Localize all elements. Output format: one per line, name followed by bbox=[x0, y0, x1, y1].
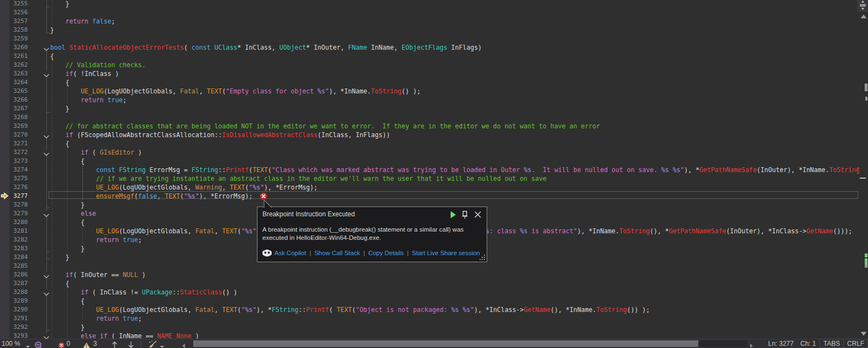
scroll-down-arrow[interactable] bbox=[860, 332, 867, 336]
code-line[interactable]: 3261{ bbox=[0, 52, 859, 61]
code-line[interactable]: 3257 return false; bbox=[0, 17, 859, 26]
code-line[interactable]: 3276 UE_LOG(LogUObjectGlobals, Warning, … bbox=[0, 183, 859, 192]
fold-chevron-icon[interactable] bbox=[43, 290, 50, 296]
code-text: return false; bbox=[50, 17, 115, 26]
code-line[interactable]: 3271 { bbox=[0, 139, 859, 148]
code-line[interactable]: 3255 } bbox=[0, 0, 859, 8]
scroll-right-arrow[interactable] bbox=[750, 341, 753, 348]
code-line[interactable]: 3258} bbox=[0, 26, 859, 34]
line-indicator[interactable]: Ln: 3277 bbox=[768, 339, 794, 348]
code-text: { bbox=[50, 139, 69, 148]
code-line[interactable]: 3286 if( InOuter == NULL ) bbox=[0, 270, 859, 279]
zoom-level[interactable]: 100 % bbox=[2, 339, 20, 348]
code-text: bool StaticAllocateObjectErrorTests( con… bbox=[50, 43, 482, 52]
line-number: 3290 bbox=[0, 305, 28, 314]
line-number: 3287 bbox=[0, 279, 28, 288]
scroll-up-arrow[interactable] bbox=[860, 14, 867, 19]
code-line[interactable]: 3291 return true; bbox=[0, 314, 859, 323]
code-line[interactable]: 3268 bbox=[0, 113, 859, 122]
ask-copilot-link[interactable]: Ask Copilot bbox=[274, 250, 306, 256]
horizontal-scrollbar[interactable] bbox=[192, 340, 747, 347]
line-number: 3270 bbox=[0, 131, 28, 139]
scroll-left-arrow[interactable] bbox=[182, 341, 185, 348]
eol-indicator[interactable]: CRLF bbox=[843, 339, 868, 348]
code-line[interactable]: 3262 // Validation checks. bbox=[0, 61, 859, 69]
code-text: const FString ErrorMsg = FString::Printf… bbox=[50, 166, 859, 174]
zoom-dropdown-icon[interactable] bbox=[25, 343, 31, 348]
scrollbar-change-mark bbox=[865, 258, 867, 264]
fold-chevron-icon[interactable] bbox=[43, 71, 50, 77]
continue-play-icon[interactable] bbox=[448, 210, 457, 219]
popup-callout-tail bbox=[263, 199, 273, 208]
editor-split-handle[interactable] bbox=[858, 0, 868, 11]
fold-chevron-icon[interactable] bbox=[43, 150, 50, 156]
popup-resize-grip[interactable] bbox=[479, 254, 486, 261]
line-number: 3258 bbox=[0, 26, 28, 34]
code-cleanup-broom-icon[interactable] bbox=[148, 340, 157, 348]
copy-details-link[interactable]: Copy Details bbox=[368, 250, 404, 256]
error-count[interactable]: 0 bbox=[67, 339, 70, 348]
show-call-stack-link[interactable]: Show Call Stack bbox=[314, 250, 360, 256]
code-line[interactable]: 3289 { bbox=[0, 297, 859, 305]
code-line[interactable]: 3285 bbox=[0, 262, 859, 270]
code-text: } bbox=[50, 323, 85, 332]
code-line[interactable]: 3266 return true; bbox=[0, 96, 859, 104]
navigate-up-icon[interactable] bbox=[111, 340, 118, 348]
code-line[interactable]: 3260bool StaticAllocateObjectErrorTests(… bbox=[0, 43, 859, 52]
navigate-down-icon[interactable] bbox=[128, 340, 134, 348]
line-number: 3273 bbox=[0, 157, 28, 166]
code-line[interactable]: 3263 if( !InClass ) bbox=[0, 69, 859, 78]
tabs-indicator[interactable]: TABS bbox=[819, 339, 844, 348]
code-text: // Validation checks. bbox=[50, 61, 146, 69]
scrollbar-change-mark bbox=[865, 253, 867, 257]
code-line[interactable]: 3270 if (FScopedAllowAbstractClassAlloca… bbox=[0, 131, 859, 139]
document-health-icon[interactable] bbox=[34, 340, 42, 348]
close-icon[interactable] bbox=[474, 210, 482, 219]
code-text: } bbox=[50, 200, 85, 209]
code-line[interactable]: 3290 UE_LOG(LogUObjectGlobals, Fatal, TE… bbox=[0, 305, 859, 314]
breakpoint-error-icon[interactable] bbox=[260, 192, 267, 200]
code-line[interactable]: 3275 // if we are trying instantiate an … bbox=[0, 174, 859, 183]
code-text: } bbox=[50, 244, 85, 253]
scrollbar-caret-mark bbox=[860, 178, 866, 179]
code-line[interactable]: 3264 { bbox=[0, 78, 859, 87]
code-line[interactable]: 3293 else if ( InName == NAME_None ) bbox=[0, 332, 859, 339]
code-line[interactable]: 3272 if ( GIsEditor ) bbox=[0, 148, 859, 157]
fold-chevron-icon[interactable] bbox=[43, 45, 50, 51]
error-count-icon[interactable] bbox=[58, 341, 64, 348]
start-live-share-link[interactable]: Start Live Share session bbox=[412, 250, 480, 256]
code-text: if( !InClass ) bbox=[50, 69, 119, 78]
fold-chevron-icon[interactable] bbox=[43, 132, 50, 138]
code-line[interactable]: 3259 bbox=[0, 34, 859, 43]
line-number: 3257 bbox=[0, 17, 28, 26]
line-number: 3288 bbox=[0, 288, 28, 297]
code-line[interactable]: 3292 } bbox=[0, 323, 859, 332]
line-number: 3279 bbox=[0, 209, 28, 218]
code-line[interactable]: 3256 bbox=[0, 8, 859, 17]
fold-chevron-icon[interactable] bbox=[43, 211, 50, 217]
scrollbar-mark bbox=[865, 97, 867, 101]
code-text: if ( InClass != UPackage::StaticClass() … bbox=[50, 288, 237, 297]
line-number: 3269 bbox=[0, 122, 28, 131]
vertical-scrollbar[interactable] bbox=[859, 0, 868, 339]
code-line[interactable]: 3288 if ( InClass != UPackage::StaticCla… bbox=[0, 288, 859, 297]
code-line[interactable]: 3265 UE_LOG(LogUObjectGlobals, Fatal, TE… bbox=[0, 87, 859, 96]
scrollbar-mark bbox=[865, 84, 867, 91]
code-cleanup-dropdown-icon[interactable] bbox=[159, 343, 165, 348]
warning-count-icon[interactable] bbox=[83, 341, 90, 348]
fold-chevron-icon[interactable] bbox=[43, 272, 50, 278]
line-number: 3278 bbox=[0, 200, 28, 209]
column-indicator[interactable]: Ch: 1 bbox=[800, 339, 816, 348]
code-editor[interactable]: 3255 }32563257 return false;3258}3259326… bbox=[0, 0, 859, 339]
fold-chevron-icon[interactable] bbox=[43, 333, 50, 339]
code-line[interactable]: 3273 { bbox=[0, 157, 859, 166]
pin-icon[interactable] bbox=[460, 210, 469, 219]
horizontal-scrollbar-thumb[interactable] bbox=[193, 340, 698, 347]
popup-message-line: A breakpoint instruction (__debugbreak()… bbox=[262, 226, 483, 234]
code-line[interactable]: 3274 const FString ErrorMsg = FString::P… bbox=[0, 166, 859, 174]
line-number: 3283 bbox=[0, 244, 28, 253]
code-line[interactable]: 3267 } bbox=[0, 104, 859, 113]
warning-count[interactable]: 3 bbox=[93, 339, 97, 348]
code-line[interactable]: 3287 { bbox=[0, 279, 859, 288]
code-line[interactable]: 3269 // for abstract classes that are be… bbox=[0, 122, 859, 131]
